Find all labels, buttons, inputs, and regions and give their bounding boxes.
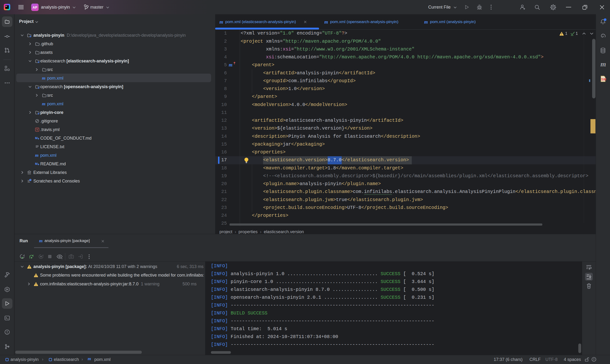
svg-text:SM: SM xyxy=(601,77,606,81)
svg-text:M: M xyxy=(35,162,38,166)
svg-text:M: M xyxy=(35,136,38,140)
